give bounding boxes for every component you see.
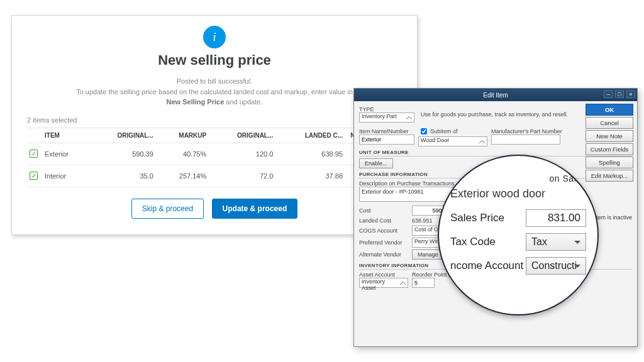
subtitle-line1: Posted to bill successful.: [177, 77, 252, 85]
ok-button[interactable]: OK: [586, 104, 633, 116]
col-markup: MARKUP: [156, 128, 209, 143]
col-original2: ORIGINAL...: [209, 128, 275, 143]
zoom-lens: on Sales Exterior wood door Sales Price …: [438, 155, 599, 315]
cell-markup: 257.14%: [156, 165, 209, 187]
mpn-input[interactable]: [491, 134, 560, 145]
cell-item: Interior: [42, 165, 89, 187]
cell-original2: 120.0: [209, 143, 275, 165]
window-titlebar[interactable]: Edit Item – □ ×: [354, 89, 637, 101]
cell-original: 35.0: [89, 165, 156, 187]
landed-cost-label: Landed Cost: [359, 217, 408, 224]
skip-proceed-button[interactable]: Skip & proceed: [131, 199, 204, 219]
update-proceed-button[interactable]: Update & proceed: [212, 199, 298, 219]
tax-code-dropdown[interactable]: Tax: [526, 233, 586, 251]
close-icon[interactable]: ×: [626, 90, 635, 98]
sales-price-label: Sales Price: [450, 212, 504, 224]
subitem-dropdown[interactable]: Wood Door: [418, 136, 487, 146]
col-original: ORIGINAL...: [89, 128, 156, 143]
spelling-button[interactable]: Spelling: [586, 156, 633, 168]
custom-fields-button[interactable]: Custom Fields: [586, 143, 633, 155]
cell-landed: 37.88: [275, 165, 345, 187]
selected-count: 2 items selected: [27, 116, 402, 124]
table-row: ✓ Interior 35.0 257.14% 72.0 37.88: [27, 165, 402, 187]
cell-landed: 638.95: [275, 143, 345, 165]
cell-item: Exterior: [42, 143, 89, 165]
asset-account-dropdown[interactable]: Inventory Asset: [359, 278, 408, 288]
subtitle-bold: New Selling Price: [167, 98, 225, 106]
minimize-icon[interactable]: –: [604, 90, 613, 98]
reorder-input[interactable]: [412, 278, 435, 288]
info-icon: i: [203, 26, 226, 48]
col-landed: LANDED C...: [275, 128, 345, 143]
dialog-title: New selling price: [27, 52, 402, 69]
lens-description: Exterior wood door: [450, 187, 586, 200]
cell-markup: 40.75%: [156, 143, 209, 165]
items-table: ITEM ORIGINAL... MARKUP ORIGINAL... LAND…: [27, 128, 402, 187]
side-button-column: OK Cancel New Note Custom Fields Spellin…: [586, 104, 633, 182]
subitem-checkbox[interactable]: [421, 128, 427, 134]
subtitle-line2a: To update the selling price based on the…: [76, 88, 353, 96]
asset-account-label: Asset Account: [359, 272, 408, 278]
cell-original2: 72.0: [209, 165, 275, 187]
preferred-vendor-label: Preferred Vendor: [359, 239, 408, 246]
subtitle-line2b: and update.: [224, 98, 262, 106]
cogs-label: COGS Account: [359, 228, 408, 234]
row-checkbox[interactable]: ✓: [30, 172, 38, 180]
landed-cost-value: 638.951: [412, 217, 433, 224]
income-account-label: ncome Account: [450, 260, 523, 272]
tax-code-label: Tax Code: [450, 236, 496, 248]
sales-price-value[interactable]: 831.00: [526, 209, 586, 227]
purchase-desc-input[interactable]: Exterior door - #P-10981: [359, 187, 453, 202]
col-item: ITEM: [42, 128, 89, 143]
lens-frag-top: on Sales: [450, 173, 586, 184]
income-account-dropdown[interactable]: Constructi: [526, 257, 586, 275]
maximize-icon[interactable]: □: [615, 90, 624, 98]
item-name-input[interactable]: [359, 134, 414, 145]
new-note-button[interactable]: New Note: [586, 130, 633, 142]
window-title: Edit Item: [483, 92, 508, 99]
type-dropdown[interactable]: Inventory Part: [359, 112, 414, 123]
row-checkbox[interactable]: ✓: [30, 150, 38, 158]
cancel-button[interactable]: Cancel: [586, 117, 633, 129]
type-label: TYPE: [359, 106, 417, 112]
alternate-vendor-label: Alternate Vendor: [359, 251, 408, 258]
edit-markup-button[interactable]: Edit Markup...: [586, 170, 633, 182]
dialog-subtitle: Posted to bill successful. To update the…: [27, 76, 402, 107]
table-row: ✓ Exterior 590.39 40.75% 120.0 638.95: [27, 143, 402, 165]
cost-label: Cost: [359, 207, 408, 214]
cell-original: 590.39: [89, 143, 156, 165]
mpn-label: Manufacturer's Part Number: [491, 128, 562, 134]
subitem-label: Subitem of: [431, 128, 458, 134]
enable-uom-button[interactable]: Enable...: [359, 158, 393, 168]
item-name-label: Item Name/Number: [359, 128, 414, 134]
